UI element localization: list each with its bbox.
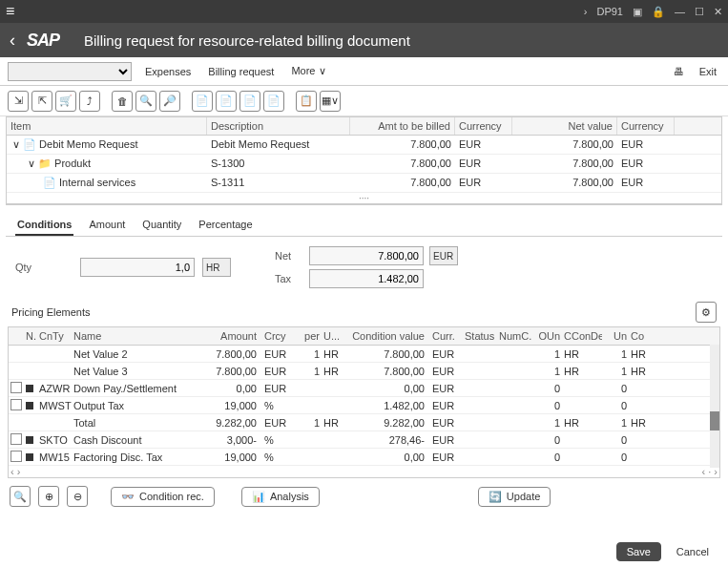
col-oun[interactable]: OUn — [531, 327, 562, 345]
print-icon[interactable]: 🖶 — [674, 66, 684, 77]
col-cnty[interactable]: CnTy — [37, 327, 72, 345]
menu-icon[interactable]: ≡ — [6, 3, 14, 20]
item-tree-table: Item Description Amt to be billed Curren… — [6, 116, 722, 205]
analysis-button[interactable]: 📊Analysis — [241, 487, 320, 507]
col-net[interactable]: Net value — [512, 117, 617, 135]
tax-label: Tax — [275, 273, 303, 284]
pricing-title: Pricing Elements — [11, 306, 91, 318]
col-n[interactable]: N.. — [24, 327, 37, 345]
transaction-code: DP91 — [596, 6, 623, 17]
pricing-toolbar: 🔍 ⊕ ⊖ 👓Condition rec. 📊Analysis 🔄Update — [0, 478, 728, 514]
back-button[interactable]: ‹ — [10, 31, 15, 51]
col-numc[interactable]: NumC... — [497, 327, 531, 345]
col-cur[interactable]: Currency — [455, 117, 512, 135]
col-cconde[interactable]: CConDe — [562, 327, 602, 345]
h-scrollbar[interactable]: ‹ ›‹ · › — [9, 466, 719, 477]
col-status[interactable]: Status — [463, 327, 497, 345]
doc1-icon[interactable]: 📄 — [192, 91, 213, 112]
update-label: Update — [507, 491, 540, 502]
pricing-row[interactable]: Total9.282,00EUR1HR9.282,00EUR1HR1HR — [9, 414, 719, 431]
more-menu[interactable]: More ∨ — [287, 65, 329, 77]
tax-input[interactable] — [309, 269, 424, 288]
doc4-icon[interactable]: 📄 — [263, 91, 284, 112]
col-un[interactable]: Un — [602, 327, 629, 345]
col-curr[interactable]: Curr. — [430, 327, 463, 345]
cart-up-icon[interactable]: ⤴ — [79, 91, 100, 112]
tab-percentage[interactable]: Percentage — [197, 215, 254, 236]
v-scrollbar[interactable] — [710, 345, 719, 468]
lock-icon[interactable]: 🔒 — [652, 6, 665, 18]
net-input[interactable] — [309, 246, 424, 265]
cancel-button[interactable]: Cancel — [667, 542, 718, 561]
more-label: More — [291, 65, 315, 76]
doc2-icon[interactable]: 📄 — [216, 91, 237, 112]
col-co[interactable]: Co — [629, 327, 650, 345]
expenses-link[interactable]: Expenses — [141, 66, 195, 77]
icon-toolbar: ⇲ ⇱ 🛒 ⤴ 🗑 🔍 🔎 📄 📄 📄 📄 📋 ▦∨ — [0, 86, 728, 116]
qty-unit[interactable]: HR — [202, 258, 231, 277]
tree-row[interactable]: 📄 Internal servicesS-13117.800,00EUR7.80… — [7, 174, 721, 193]
save-button[interactable]: Save — [616, 542, 661, 561]
pricing-row[interactable]: Net Value 27.800,00EUR1HR7.800,00EUR1HR1… — [9, 346, 719, 363]
tree-row[interactable]: ∨ 📁 ProduktS-13007.800,00EUR7.800,00EUR — [7, 155, 721, 174]
layout-icon[interactable]: ▦∨ — [320, 91, 341, 112]
col-crcy[interactable]: Crcy — [262, 327, 295, 345]
pricing-row[interactable]: AZWRDown Pay./Settlement0,00EUR0,00EUR00 — [9, 380, 719, 397]
col-name[interactable]: Name — [72, 327, 186, 345]
pricing-table: N.. CnTy Name Amount Crcy per U... Condi… — [8, 326, 720, 478]
minimize-icon[interactable]: — — [675, 6, 685, 17]
footer-buttons: Save Cancel — [616, 542, 718, 561]
expand-all-icon[interactable]: ⇲ — [8, 91, 29, 112]
col-condition-value[interactable]: Condition value — [344, 327, 430, 345]
col-desc[interactable]: Description — [207, 117, 350, 135]
col-amount[interactable]: Amount — [186, 327, 262, 345]
pricing-row[interactable]: SKTOCash Discount3,000-%278,46-EUR00 — [9, 431, 719, 449]
col-item[interactable]: Item — [7, 117, 207, 135]
search-icon[interactable]: 🔍 — [135, 91, 156, 112]
tree-row[interactable]: ∨ 📄 Debit Memo RequestDebit Memo Request… — [7, 136, 721, 155]
condition-rec-button[interactable]: 👓Condition rec. — [111, 487, 215, 507]
search-next-icon[interactable]: 🔎 — [159, 91, 180, 112]
tab-conditions[interactable]: Conditions — [15, 215, 73, 236]
col-u[interactable]: U... — [322, 327, 344, 345]
cart-down-icon[interactable]: 🛒 — [55, 91, 76, 112]
delete-icon[interactable]: 🗑 — [112, 91, 133, 112]
pricing-row[interactable]: MW15Factoring Disc. Tax19,000%0,00EUR00 — [9, 449, 719, 466]
exit-link[interactable]: Exit — [696, 66, 720, 77]
refresh-icon: 🔄 — [489, 491, 502, 503]
maximize-icon[interactable]: ☐ — [695, 6, 704, 18]
qty-input[interactable] — [80, 258, 195, 277]
add-icon[interactable]: ⊕ — [38, 486, 59, 507]
gear-icon[interactable]: ⚙ — [696, 302, 717, 323]
condition-rec-label: Condition rec. — [139, 491, 204, 502]
remove-icon[interactable]: ⊖ — [67, 486, 88, 507]
billing-request-link[interactable]: Billing request — [204, 66, 278, 77]
col-amt[interactable]: Amt to be billed — [350, 117, 455, 135]
pricing-header-row: N.. CnTy Name Amount Crcy per U... Condi… — [9, 327, 719, 346]
pricing-row[interactable]: Net Value 37.800,00EUR1HR7.800,00EUR1HR1… — [9, 363, 719, 380]
net-currency: EUR — [429, 246, 458, 265]
close-icon[interactable]: ✕ — [714, 6, 722, 18]
tab-amount[interactable]: Amount — [87, 215, 127, 236]
zoom-icon[interactable]: 🔍 — [10, 486, 31, 507]
chevron-down-icon: ∨ — [319, 65, 326, 76]
variant-select[interactable] — [8, 62, 132, 81]
tree-header: Item Description Amt to be billed Curren… — [7, 117, 721, 136]
play-icon[interactable]: ▣ — [633, 6, 642, 18]
window-titlebar: ≡ › DP91 ▣ 🔒 — ☐ ✕ — [0, 0, 728, 23]
update-button[interactable]: 🔄Update — [478, 487, 551, 507]
glasses-icon: 👓 — [121, 491, 135, 503]
tab-quantity[interactable]: Quantity — [140, 215, 183, 236]
doc3-icon[interactable]: 📄 — [239, 91, 260, 112]
clipboard-icon[interactable]: 📋 — [296, 91, 317, 112]
pricing-row[interactable]: MWSTOutput Tax19,000%1.482,00EUR00 — [9, 397, 719, 414]
col-cur2[interactable]: Currency — [617, 117, 675, 135]
nav-chevron-icon[interactable]: › — [584, 6, 588, 17]
sap-logo: SAP — [27, 31, 59, 51]
main-toolbar: Expenses Billing request More ∨ 🖶 Exit — [0, 57, 728, 86]
analysis-label: Analysis — [270, 491, 309, 502]
collapse-all-icon[interactable]: ⇱ — [31, 91, 52, 112]
app-header: ‹ SAP Billing request for resource-relat… — [0, 23, 728, 57]
pricing-elements-header: Pricing Elements ⚙ — [0, 298, 728, 326]
col-per[interactable]: per — [295, 327, 322, 345]
